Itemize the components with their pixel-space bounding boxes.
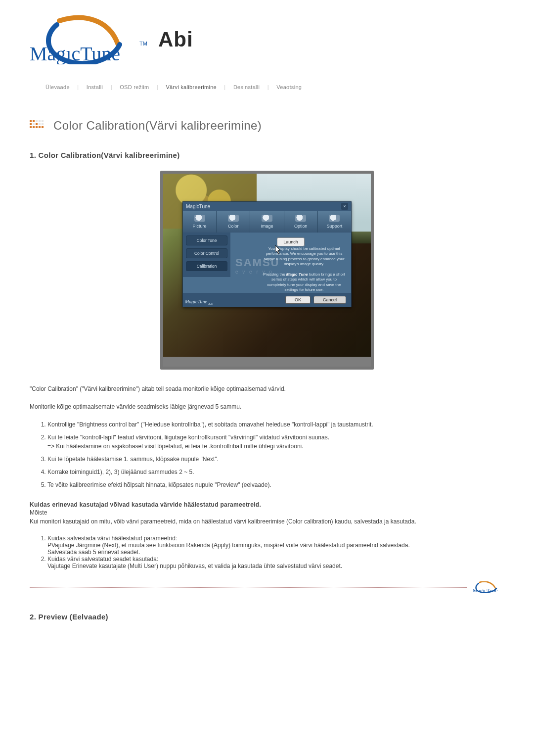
svg-text:TM: TM (139, 41, 147, 47)
step-5: Te võite kalibreerimise efekti hõlpsalt … (47, 480, 504, 489)
svg-rect-4 (36, 120, 38, 122)
howto-2: Kuidas värvi salvestatud seadet kasutada… (47, 556, 504, 569)
nav-sep: | (224, 84, 225, 90)
app-corner-logo: MagicTune 3.5 (185, 299, 213, 306)
svg-rect-15 (39, 126, 41, 128)
side-color-tone[interactable]: Color Tone (186, 236, 227, 245)
nav-overview[interactable]: Ülevaade (45, 84, 70, 90)
moiste-label: Mõiste (30, 509, 504, 516)
nav-color-calibration[interactable]: Värvi kalibreerimine (166, 84, 217, 90)
section-divider: MagicTune (30, 581, 504, 593)
howto-1: Kuidas salvestada värvi häälestatud para… (47, 535, 504, 556)
svg-rect-6 (42, 120, 44, 122)
logo-suffix: Abi (158, 29, 193, 50)
svg-text:MagicTune: MagicTune (473, 587, 497, 593)
step-2-sub: => Kui häälestamine on asjakohasel viisi… (47, 443, 304, 450)
section2-title: 2. Preview (Eelvaade) (30, 613, 504, 620)
svg-text:MagıcTune: MagıcTune (30, 43, 120, 64)
intro-1: "Color Calibration" ("Värvi kalibreerimi… (30, 384, 504, 393)
svg-rect-5 (39, 120, 41, 122)
moiste-text: Kui monitori kasutajaid on mitu, võib vä… (30, 517, 504, 526)
svg-rect-12 (30, 126, 32, 128)
ok-button[interactable]: OK (285, 296, 311, 304)
side-color-control[interactable]: Color Control (186, 248, 227, 258)
nav-sep: | (267, 84, 269, 90)
tab-support[interactable]: Support (318, 211, 351, 233)
svg-rect-2 (30, 120, 32, 122)
top-nav: Ülevaade | Installi | OSD režiim | Värvi… (30, 84, 504, 90)
section1-title: 1. Color Calibration(Värvi kalibreerimin… (30, 151, 504, 159)
logo-area: MagıcTune TM Abi (30, 15, 504, 64)
magictune-app-window: MagicTune × Picture Color Image Option S… (182, 201, 352, 307)
cursor-icon (275, 245, 281, 254)
tab-picture[interactable]: Picture (183, 211, 217, 233)
heading-dots-icon (30, 120, 46, 131)
nav-sep: | (77, 84, 79, 90)
section-color-calibration: 1. Color Calibration(Värvi kalibreerimin… (30, 151, 504, 593)
nav-uninstall[interactable]: Desinstalli (233, 84, 260, 90)
svg-rect-8 (33, 123, 35, 125)
nav-install[interactable]: Installi (87, 84, 103, 90)
magictune-mini-logo: MagicTune (473, 581, 504, 593)
svg-rect-3 (33, 120, 35, 122)
nav-troubleshoot[interactable]: Veaotsing (276, 84, 302, 90)
svg-rect-13 (33, 126, 35, 128)
step-4: Korrake toiminguid1), 2), 3) ülejäänud s… (47, 468, 504, 476)
intro-2: Monitorile kõige optimaalsemate värvide … (30, 402, 504, 411)
screenshot-frame: MagicTune × Picture Color Image Option S… (160, 171, 374, 370)
ghost-samsung: SAMSU (235, 256, 279, 269)
calibration-steps: Kontrollige "Brightness control bar" ("H… (30, 420, 504, 489)
ghost-everyone: e v e r y o (235, 269, 273, 275)
app-desc2b: Magic Tune (286, 272, 308, 277)
tab-option[interactable]: Option (284, 211, 318, 233)
nav-osd[interactable]: OSD režiim (120, 84, 149, 90)
nav-sep: | (157, 84, 158, 90)
tab-color[interactable]: Color (217, 211, 250, 233)
svg-rect-9 (36, 123, 38, 125)
side-calibration[interactable]: Calibration (186, 261, 227, 271)
page-title: Color Calibration(Värvi kalibreerimine) (53, 120, 262, 132)
step-2: Kui te leiate "kontroll-lapil" teatud vä… (47, 433, 504, 451)
svg-rect-11 (42, 123, 44, 125)
howto-list: Kuidas salvestada värvi häälestatud para… (30, 535, 504, 569)
app-window-title: MagicTune (186, 204, 210, 209)
tab-image[interactable]: Image (250, 211, 284, 233)
close-icon[interactable]: × (341, 203, 348, 210)
magictune-logo: MagıcTune TM (30, 15, 153, 64)
cancel-button[interactable]: Cancel (313, 296, 346, 304)
svg-rect-14 (36, 126, 38, 128)
multiuser-heading: Kuidas erinevad kasutajad võivad kasutad… (30, 501, 504, 508)
page-heading-row: Color Calibration(Värvi kalibreerimine) (30, 120, 504, 132)
svg-rect-16 (42, 126, 44, 128)
svg-rect-7 (30, 123, 32, 125)
nav-sep: | (111, 84, 112, 90)
svg-rect-10 (39, 123, 41, 125)
step-3: Kui te lõpetate häälestamise 1. sammus, … (47, 455, 504, 464)
step-1: Kontrollige "Brightness control bar" ("H… (47, 420, 504, 429)
